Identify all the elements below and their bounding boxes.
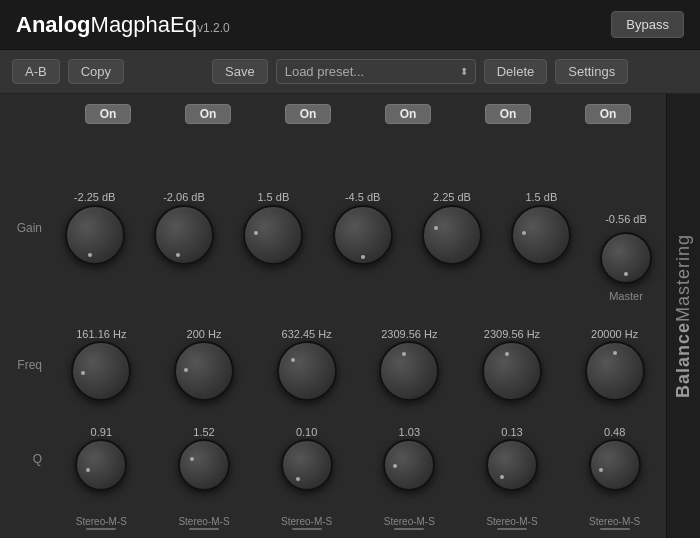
settings-button[interactable]: Settings [555,59,628,84]
sidebar: BalanceMastering [666,94,700,538]
gain-row: Gain -2.25 dB-2.06 dB1.5 dB-4.5 dB2.25 d… [0,153,666,303]
knob[interactable] [75,439,127,491]
master-label: Master [609,290,643,303]
gain-cell-1: -2.06 dB [139,191,228,264]
gain-label: Gain [0,221,50,235]
gain-cell-5: 1.5 dB [497,191,586,264]
stereo-bands: Stereo-M-SStereo-M-SStereo-M-SStereo-M-S… [50,516,666,530]
knob[interactable] [422,205,482,265]
gain-value-3: -4.5 dB [345,191,380,204]
freq-value-0: 161.16 Hz [76,328,126,341]
stereo-label-5: Stereo-M-S [589,516,640,527]
sidebar-light: Mastering [673,234,693,322]
stereo-row: Stereo-M-SStereo-M-SStereo-M-SStereo-M-S… [0,516,666,534]
knob[interactable] [589,439,641,491]
knob-dot [190,457,194,461]
knob[interactable] [486,439,538,491]
stereo-underline-4 [497,528,527,530]
stereo-label-1: Stereo-M-S [178,516,229,527]
q-cell-4: 0.13 [461,426,564,491]
stereo-label-0: Stereo-M-S [76,516,127,527]
knob-dot [296,477,300,481]
knob-dot [254,231,258,235]
stereo-cell-0: Stereo-M-S [50,516,153,530]
knob[interactable] [333,205,393,265]
stereo-cell-3: Stereo-M-S [358,516,461,530]
q-label: Q [0,452,50,466]
freq-row: Freq 161.16 Hz200 Hz632.45 Hz2309.56 Hz2… [0,328,666,401]
q-value-5: 0.48 [604,426,625,439]
freq-cell-1: 200 Hz [153,328,256,401]
stereo-cell-2: Stereo-M-S [255,516,358,530]
knob-dot [81,371,85,375]
on-button-1[interactable]: On [185,104,232,124]
knob-dot [613,351,617,355]
knob-dot [86,468,90,472]
knob-dot [361,255,365,259]
stereo-underline-5 [600,528,630,530]
knob[interactable] [511,205,571,265]
knob[interactable] [71,341,131,401]
gain-cell-3: -4.5 dB [318,191,407,264]
knob-dot [291,358,295,362]
knob[interactable] [277,341,337,401]
q-cell-5: 0.48 [563,426,666,491]
knob[interactable] [379,341,439,401]
knob[interactable] [154,205,214,265]
on-button-5[interactable]: On [585,104,632,124]
stereo-underline-0 [86,528,116,530]
gain-bands: -2.25 dB-2.06 dB1.5 dB-4.5 dB2.25 dB1.5 … [50,191,586,264]
master-knob-container [598,230,654,286]
q-cell-0: 0.91 [50,426,153,491]
ab-button[interactable]: A-B [12,59,60,84]
freq-cell-2: 632.45 Hz [255,328,358,401]
knob-dot [88,253,92,257]
q-row: Q 0.911.520.101.030.130.48 [0,426,666,491]
gain-cell-4: 2.25 dB [407,191,496,264]
knob-dot [402,352,406,356]
stereo-cell-1: Stereo-M-S [153,516,256,530]
freq-value-5: 20000 Hz [591,328,638,341]
on-button-2[interactable]: On [285,104,332,124]
on-button-4[interactable]: On [485,104,532,124]
q-cell-1: 1.52 [153,426,256,491]
q-cell-2: 0.10 [255,426,358,491]
copy-button[interactable]: Copy [68,59,124,84]
freq-value-4: 2309.56 Hz [484,328,540,341]
toolbar: A-B Copy Save Load preset... ⬍ Delete Se… [0,50,700,94]
logo: AnalogMagphaEqv1.2.0 [16,12,230,38]
knob[interactable] [178,439,230,491]
on-cell-4: On [458,104,558,124]
knob[interactable] [174,341,234,401]
gain-cell-2: 1.5 dB [229,191,318,264]
knob-dot [434,226,438,230]
freq-value-2: 632.45 Hz [282,328,332,341]
gain-value-2: 1.5 dB [257,191,289,204]
logo-version: v1.2.0 [197,21,230,35]
knob[interactable] [482,341,542,401]
logo-bold: Analog [16,12,91,37]
knob-dot [500,475,504,479]
knob[interactable] [243,205,303,265]
knob[interactable] [585,341,645,401]
knob[interactable] [65,205,125,265]
stereo-label-3: Stereo-M-S [384,516,435,527]
save-button[interactable]: Save [212,59,268,84]
gain-value-5: 1.5 dB [525,191,557,204]
knob-dot [184,368,188,372]
knob[interactable] [281,439,333,491]
on-button-3[interactable]: On [385,104,432,124]
on-button-0[interactable]: On [85,104,132,124]
q-bands: 0.911.520.101.030.130.48 [50,426,666,491]
freq-cell-4: 2309.56 Hz [461,328,564,401]
bypass-button[interactable]: Bypass [611,11,684,38]
preset-select[interactable]: Load preset... [276,59,476,84]
master-knob[interactable] [600,232,652,284]
delete-button[interactable]: Delete [484,59,548,84]
q-cell-3: 1.03 [358,426,461,491]
knob[interactable] [383,439,435,491]
knob-dot [522,231,526,235]
stereo-underline-1 [189,528,219,530]
gain-value-0: -2.25 dB [74,191,116,204]
gain-value-1: -2.06 dB [163,191,205,204]
